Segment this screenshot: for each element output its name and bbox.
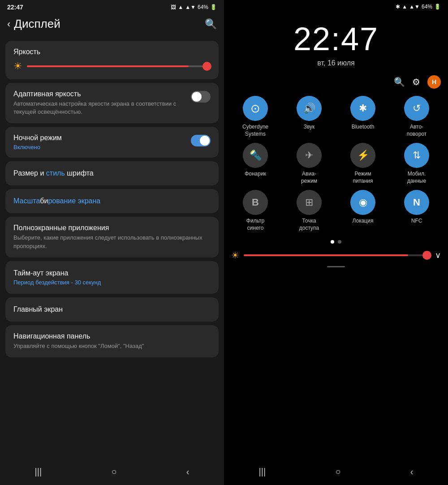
home-screen-card[interactable]: Главный экран	[5, 297, 219, 322]
fullscreen-apps-subtitle: Выберите, какие приложения следует испол…	[13, 234, 211, 250]
font-size-card[interactable]: Размер и стиль шрифта	[5, 161, 219, 185]
qs-flashlight-icon: 🔦	[243, 143, 268, 168]
adaptive-brightness-toggle[interactable]	[191, 91, 211, 103]
right-date: вт, 16 июля	[224, 59, 448, 67]
right-dots	[224, 236, 448, 248]
night-mode-row: Ночной режим Включено	[13, 134, 211, 150]
battery-icon: 🔋	[210, 4, 217, 10]
quick-settings-grid: ⊙ CyberdyneSystems 🔊 Звук ✱ Bluetooth ↺ …	[224, 92, 448, 236]
qs-power-label: Режимпитания	[353, 171, 373, 185]
night-mode-card: Ночной режим Включено	[5, 127, 219, 158]
right-clock: 22:47	[224, 21, 448, 57]
qs-bluefilter-icon: B	[243, 190, 268, 215]
qs-item-hotspot[interactable]: ⊞ Точкадоступа	[285, 190, 333, 232]
qs-item-location[interactable]: ◉ Локация	[339, 190, 387, 232]
qs-autorotate-icon: ↺	[404, 96, 429, 121]
left-header-left: ‹ Дисплей	[7, 17, 60, 31]
nav-panel-title: Навигационная панель	[13, 332, 211, 340]
right-signal-icon: ▲▼	[409, 4, 420, 10]
fullscreen-apps-title: Полноэкранные приложения	[13, 224, 211, 232]
left-content: Яркость ☀ Адаптивная яркость Автоматичес…	[0, 37, 224, 461]
screen-timeout-subtitle: Период бездействия - 30 секунд	[13, 279, 211, 286]
qs-airplane-label: Авиа-режим	[301, 171, 317, 185]
right-nav-back[interactable]: ‹	[410, 467, 414, 477]
right-nav-bar: ||| ○ ‹	[224, 461, 448, 485]
qs-item-data[interactable]: ⇅ Мобил.данные	[392, 143, 441, 185]
qs-sound-icon: 🔊	[297, 96, 322, 121]
qs-item-autorotate[interactable]: ↺ Авто-поворот	[392, 96, 441, 137]
left-status-bar: 22:47 🖼 ▲ ▲▼ 64% 🔋	[0, 0, 224, 13]
battery-text: 64%	[198, 4, 208, 10]
screen-scale-card[interactable]: Масштабирование экрана	[5, 189, 219, 213]
qs-item-flashlight[interactable]: 🔦 Фонарик	[231, 143, 280, 185]
search-button[interactable]: 🔍	[205, 18, 217, 30]
left-nav-menu[interactable]: |||	[35, 467, 42, 477]
qs-sound-label: Звук	[304, 124, 315, 131]
right-status-icons: ✱ ▲ ▲▼ 64% 🔋	[396, 4, 441, 10]
right-brightness-thumb	[422, 251, 431, 260]
right-brightness-row: ☀ ∨	[224, 248, 448, 262]
signal-icon: ▲▼	[185, 4, 196, 10]
qs-airplane-icon: ✈	[297, 143, 322, 168]
right-battery-icon: 🔋	[434, 4, 441, 10]
qs-bluetooth-label: Bluetooth	[352, 124, 375, 131]
nav-panel-subtitle: Управляйте с помощью кнопок "Ломой", "На…	[13, 342, 211, 350]
page-title: Дисплей	[14, 17, 60, 31]
qs-item-nfc[interactable]: N NFC	[392, 190, 441, 232]
qs-item-bluefilter[interactable]: B Фильтрсинего	[231, 190, 280, 232]
right-brightness-fill	[244, 254, 408, 256]
qs-flashlight-label: Фонарик	[245, 171, 266, 178]
dot-0	[331, 240, 334, 244]
qs-bluefilter-label: Фильтрсинего	[246, 218, 264, 232]
qs-item-bluetooth[interactable]: ✱ Bluetooth	[339, 96, 387, 137]
qs-nfc-icon: N	[404, 190, 429, 215]
left-nav-back[interactable]: ‹	[186, 467, 190, 477]
screen-timeout-card[interactable]: Тайм-аут экрана Период бездействия - 30 …	[5, 261, 219, 294]
qs-item-airplane[interactable]: ✈ Авиа-режим	[285, 143, 333, 185]
wifi-icon: ▲	[178, 4, 183, 10]
toggle-thumb	[192, 92, 202, 102]
qs-item-power[interactable]: ⚡ Режимпитания	[339, 143, 387, 185]
screen-timeout-title: Тайм-аут экрана	[13, 269, 211, 277]
night-mode-toggle[interactable]	[191, 135, 211, 146]
qs-item-sound[interactable]: 🔊 Звук	[285, 96, 333, 137]
night-mode-title: Ночной режим	[13, 134, 186, 142]
qs-bluetooth-icon: ✱	[350, 96, 375, 121]
qs-power-icon: ⚡	[350, 143, 375, 168]
brightness-min-icon: ☀	[13, 60, 22, 72]
right-top-icons: 🔍 ⚙ H	[224, 72, 448, 92]
adaptive-brightness-subtitle: Автоматическая настройка яркости экрана …	[13, 100, 186, 116]
brightness-thumb	[202, 62, 211, 71]
right-brightness-slider[interactable]	[244, 254, 431, 256]
right-nav-home[interactable]: ○	[335, 467, 340, 477]
notification-icon: 🖼	[171, 4, 176, 10]
adaptive-brightness-title: Адаптивная яркость	[13, 90, 186, 98]
fullscreen-apps-card[interactable]: Полноэкранные приложения Выберите, какие…	[5, 217, 219, 257]
brightness-slider[interactable]	[27, 65, 211, 67]
left-panel: 22:47 🖼 ▲ ▲▼ 64% 🔋 ‹ Дисплей 🔍 Яркость ☀	[0, 0, 224, 485]
qs-nfc-label: NFC	[411, 218, 422, 225]
adaptive-brightness-row: Адаптивная яркость Автоматическая настро…	[13, 90, 211, 116]
nav-panel-card[interactable]: Навигационная панель Управляйте с помощь…	[5, 325, 219, 357]
back-button[interactable]: ‹	[7, 18, 10, 30]
left-nav-bar: ||| ○ ‹	[0, 461, 224, 485]
left-status-time: 22:47	[7, 4, 23, 11]
qs-data-label: Мобил.данные	[407, 171, 426, 185]
right-search-icon[interactable]: 🔍	[394, 77, 405, 87]
right-panel: ✱ ▲ ▲▼ 64% 🔋 22:47 вт, 16 июля 🔍 ⚙ H ⊙ C…	[224, 0, 448, 485]
night-mode-toggle-thumb	[200, 136, 210, 146]
qs-item-wifi[interactable]: ⊙ CyberdyneSystems	[231, 96, 280, 137]
left-nav-home[interactable]: ○	[111, 467, 116, 477]
qs-location-label: Локация	[353, 218, 374, 225]
right-settings-icon[interactable]: ⚙	[412, 77, 420, 87]
qs-data-icon: ⇅	[404, 143, 429, 168]
brightness-fill	[27, 65, 189, 67]
right-avatar-button[interactable]: H	[427, 75, 441, 89]
right-expand-button[interactable]: ∨	[435, 250, 441, 260]
adaptive-brightness-text: Адаптивная яркость Автоматическая настро…	[13, 90, 186, 116]
brightness-title: Яркость	[13, 48, 211, 56]
right-bluetooth-icon: ✱	[396, 4, 400, 10]
right-nav-menu[interactable]: |||	[259, 467, 266, 477]
dot-1	[338, 240, 341, 244]
right-battery-text: 64%	[422, 4, 432, 10]
